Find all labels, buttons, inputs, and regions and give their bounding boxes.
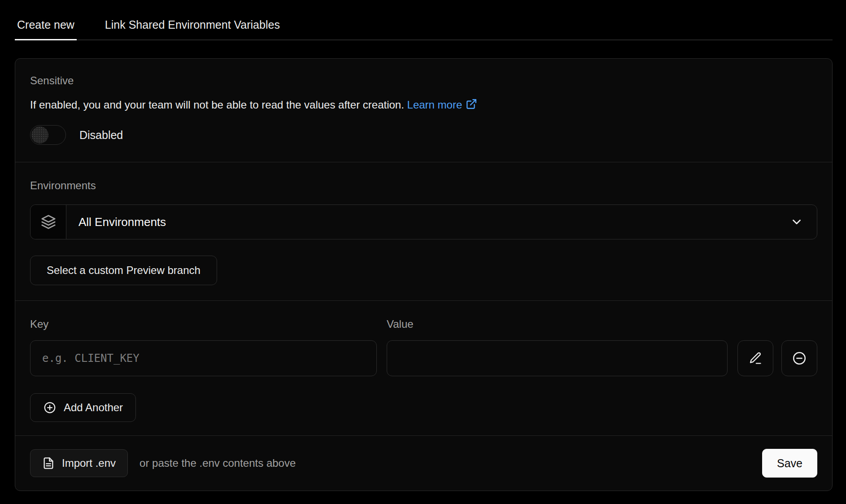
tab-create-new[interactable]: Create new — [15, 0, 77, 40]
key-value-section: Key Value — [15, 301, 832, 435]
env-file-icon — [42, 457, 55, 469]
learn-more-label: Learn more — [407, 99, 462, 111]
environments-selected-value: All Environments — [66, 215, 790, 229]
env-var-form-card: Sensitive If enabled, you and your team … — [15, 58, 833, 491]
layers-icon — [31, 205, 66, 239]
key-label: Key — [30, 318, 387, 330]
circle-minus-icon — [792, 351, 807, 366]
environments-select[interactable]: All Environments — [30, 204, 817, 239]
select-preview-branch-button[interactable]: Select a custom Preview branch — [30, 256, 217, 285]
circle-plus-icon — [43, 401, 57, 414]
add-another-button[interactable]: Add Another — [30, 393, 136, 422]
import-env-label: Import .env — [62, 457, 116, 469]
toggle-knob — [31, 126, 48, 143]
edit-value-button[interactable] — [737, 340, 773, 376]
create-env-var-page: Create new Link Shared Environment Varia… — [0, 0, 846, 504]
learn-more-link[interactable]: Learn more — [407, 99, 478, 111]
value-input[interactable] — [387, 340, 728, 376]
sensitive-label: Sensitive — [30, 74, 817, 87]
environments-section: Environments All Environments Select a c — [15, 162, 832, 300]
key-value-input-row — [30, 340, 817, 376]
sensitive-toggle[interactable] — [30, 125, 66, 145]
save-button[interactable]: Save — [762, 449, 817, 478]
pencil-edit-icon — [748, 351, 763, 365]
add-another-label: Add Another — [64, 401, 123, 414]
import-env-button[interactable]: Import .env — [30, 449, 128, 477]
sensitive-section: Sensitive If enabled, you and your team … — [15, 59, 832, 162]
key-input[interactable] — [30, 340, 377, 376]
value-label: Value — [387, 318, 414, 330]
sensitive-description-text: If enabled, you and your team will not b… — [30, 99, 404, 111]
sensitive-description: If enabled, you and your team will not b… — [30, 98, 817, 112]
toggle-state-label: Disabled — [79, 129, 123, 142]
tab-bar: Create new Link Shared Environment Varia… — [15, 0, 833, 40]
remove-row-button[interactable] — [781, 340, 817, 376]
external-link-icon — [466, 98, 477, 110]
sensitive-toggle-row: Disabled — [30, 125, 817, 145]
tab-link-shared-env-vars[interactable]: Link Shared Environment Variables — [103, 0, 282, 40]
paste-hint-text: or paste the .env contents above — [140, 457, 296, 469]
key-value-labels-row: Key Value — [30, 318, 817, 330]
form-footer: Import .env or paste the .env contents a… — [15, 436, 832, 491]
environments-label: Environments — [30, 179, 817, 192]
chevron-down-icon — [790, 215, 817, 229]
